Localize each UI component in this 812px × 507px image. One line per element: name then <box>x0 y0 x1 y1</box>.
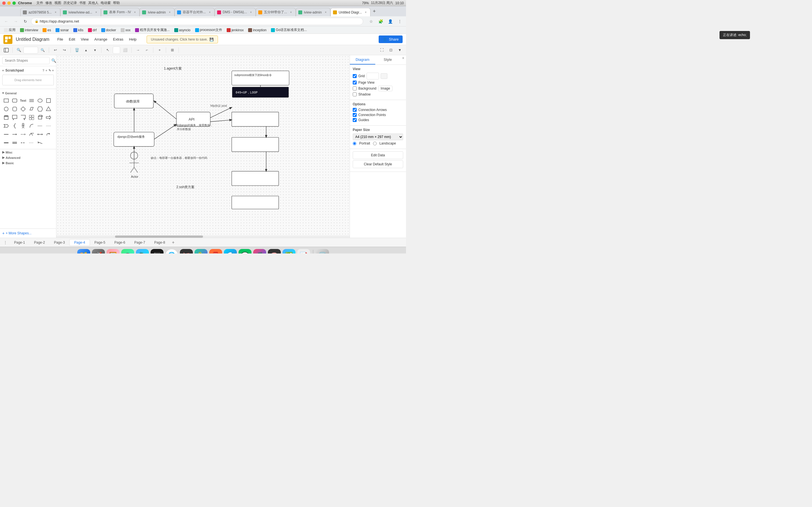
bookmark-asyncio[interactable]: asyncio <box>172 27 192 33</box>
shape-callout-right[interactable] <box>19 114 27 121</box>
waypoint-btn[interactable]: ⌐ <box>143 46 151 54</box>
table-btn[interactable]: ⊞ <box>168 46 176 54</box>
bookmark-docker[interactable]: docker <box>100 27 118 33</box>
arrow-btn[interactable]: → <box>134 46 142 54</box>
shape-arrow-right[interactable] <box>45 114 52 121</box>
shape-curved-arrow[interactable] <box>45 130 52 138</box>
shape-triangle[interactable] <box>45 105 52 113</box>
minimize-window-btn[interactable] <box>7 1 11 5</box>
scratchpad-help[interactable]: ? <box>42 69 44 72</box>
bookmark-dev[interactable]: 程序员开发专属激... <box>133 27 171 33</box>
page-tab-1[interactable]: Page-1 <box>10 239 30 245</box>
pointer-btn[interactable]: ↖ <box>104 46 112 54</box>
shape-text[interactable]: Text <box>19 97 27 105</box>
misc-section[interactable]: ▶ Misc <box>0 149 56 155</box>
fullscreen-btn[interactable]: ⛶ <box>378 46 386 54</box>
edit-app-menu[interactable]: Edit <box>66 36 77 43</box>
sidebar-toggle-btn[interactable] <box>2 46 10 54</box>
help-menu[interactable]: 帮助 <box>113 1 120 5</box>
clear-style-btn[interactable]: Clear Default Style <box>353 160 403 168</box>
shape-dotted-line[interactable] <box>45 122 52 130</box>
page-tab-2[interactable]: Page-2 <box>30 239 50 245</box>
line-btn[interactable]: ⬜ <box>121 46 129 54</box>
to-back-btn[interactable]: ▼ <box>91 46 99 54</box>
reload-btn[interactable]: ↻ <box>21 17 29 25</box>
zoom-input[interactable]: 100% <box>23 47 38 54</box>
grid-value-input[interactable]: 10 pt <box>366 73 379 79</box>
new-tab-btn[interactable]: + <box>370 8 378 14</box>
view-app-menu[interactable]: View <box>79 36 91 43</box>
shape-rect-rounded[interactable] <box>11 97 18 105</box>
scratchpad-edit[interactable]: ✎ <box>49 69 51 72</box>
dock-pycharm[interactable]: 🐍 <box>195 249 207 254</box>
shape-rounded-sq[interactable] <box>11 105 18 113</box>
profile-btn[interactable]: 👤 <box>386 17 394 25</box>
fit-btn[interactable]: ⊡ <box>387 46 395 54</box>
shape-brace[interactable] <box>11 122 18 130</box>
page-tab-5[interactable]: Page-5 <box>90 239 110 245</box>
bookmark-processon[interactable]: processon文件 <box>193 27 224 33</box>
shape-grid[interactable] <box>28 114 36 121</box>
tab-close-container[interactable]: × <box>207 10 212 15</box>
tab-form[interactable]: 表单 Form - IV × <box>101 8 140 16</box>
tab-iview1[interactable]: iview/iview-ad... × <box>60 8 101 16</box>
shape-arc[interactable] <box>28 122 36 130</box>
tab-close-iview3[interactable]: × <box>323 10 328 15</box>
tab-diagram[interactable]: Diagram <box>350 55 375 64</box>
back-btn[interactable]: ← <box>2 17 10 25</box>
bookmark-interview[interactable]: interview <box>18 27 40 33</box>
shape-dashed-line[interactable] <box>36 122 44 130</box>
bookmark-sonar[interactable]: sonar <box>54 27 70 33</box>
shape-double-arrow[interactable] <box>36 130 44 138</box>
shape-actor[interactable] <box>19 122 27 130</box>
dock-terminal[interactable]: ⬛ <box>151 249 163 254</box>
tab-dms[interactable]: DMS - DMS站... × <box>214 8 256 16</box>
connection-arrows-checkbox[interactable] <box>353 108 357 112</box>
close-window-btn[interactable] <box>2 1 6 5</box>
tab-container[interactable]: 容器平台对外... × <box>174 8 214 16</box>
shape-callout-left[interactable] <box>11 114 18 121</box>
advanced-section[interactable]: ▶ Advanced <box>0 155 56 160</box>
maximize-window-btn[interactable] <box>12 1 16 5</box>
tab-iview3[interactable]: iview-admin × <box>296 8 331 16</box>
shape-circle[interactable] <box>2 105 10 113</box>
redo-btn[interactable]: ↪ <box>60 46 68 54</box>
shape-arrow-line3[interactable] <box>28 130 36 138</box>
address-input[interactable]: 🔒 https://app.diagrams.net <box>31 18 363 25</box>
general-label[interactable]: ▾ General <box>0 90 56 96</box>
unsaved-btn[interactable]: Unsaved changes. Click here to save. 💾 <box>147 36 218 43</box>
insert-btn[interactable]: + <box>156 46 163 54</box>
extras-app-menu[interactable]: Extras <box>111 36 126 43</box>
tab-5min[interactable]: 五分钟带你了... × <box>256 8 296 16</box>
collapse-btn[interactable]: ▼ <box>396 46 404 54</box>
dock-preview[interactable]: 👁️ <box>121 249 134 254</box>
dock-webstorm[interactable]: 🌊 <box>224 249 237 254</box>
scratchpad-add[interactable]: + <box>45 69 47 72</box>
delete-btn[interactable]: 🗑️ <box>73 46 81 54</box>
dock-chrome[interactable]: 🌐 <box>165 249 178 254</box>
dock-launchpad[interactable]: 🚀 <box>92 249 105 254</box>
tab-close-iview1[interactable]: × <box>94 10 98 15</box>
extensions-btn[interactable]: 🧩 <box>377 17 385 25</box>
scratchpad-header[interactable]: ▾ Scratchpad ? + ✎ × <box>2 68 54 73</box>
shape-ellipse[interactable] <box>36 97 44 105</box>
shape-hexagon[interactable] <box>36 105 44 113</box>
dock-finder[interactable]: 🗂️ <box>77 249 90 254</box>
background-image-btn[interactable]: Image <box>378 86 393 91</box>
shape-arrow-line1[interactable] <box>11 130 18 138</box>
to-front-btn[interactable]: ▲ <box>82 46 90 54</box>
tab-close-form[interactable]: × <box>133 10 137 15</box>
shape-line-dotted2[interactable] <box>19 139 27 147</box>
page-tab-8[interactable]: Page-8 <box>150 239 170 245</box>
shape-solid-line[interactable] <box>2 130 10 138</box>
tab-iview2[interactable]: iview-admin × <box>140 8 174 16</box>
canvas-area[interactable]: 1.agent方案 subprocess模块下的linux命令 049<UP，L… <box>56 55 350 238</box>
shape-box3d[interactable] <box>36 114 44 121</box>
tab-diagrams[interactable]: Untitled Diagr... × <box>331 8 370 16</box>
page-tab-4[interactable]: Page-4 <box>69 239 90 246</box>
basic-section[interactable]: ▶ Basic <box>0 160 56 165</box>
paper-size-select[interactable]: A4 (210 mm × 297 mm) A3 A5 Letter <box>353 133 403 140</box>
search-shapes-input[interactable] <box>2 57 50 64</box>
bookmark-btn[interactable]: ☆ <box>367 17 375 25</box>
tab-style[interactable]: Style <box>375 55 401 64</box>
